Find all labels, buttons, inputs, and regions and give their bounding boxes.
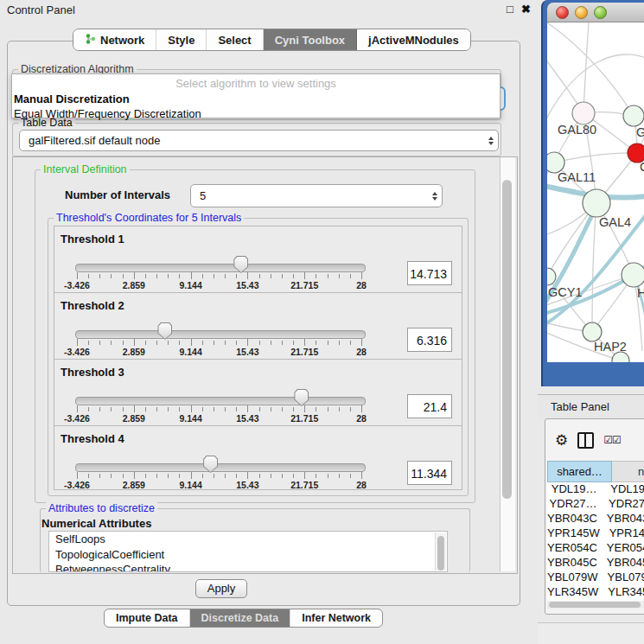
slider-tick xyxy=(316,474,316,478)
cell-name[interactable]: YDL19… xyxy=(601,482,644,497)
slider-tick xyxy=(214,341,214,345)
cell-shared-name[interactable]: YER054C xyxy=(547,541,597,556)
cell-shared-name[interactable]: YPR145W xyxy=(547,526,600,541)
tick-label: 21.715 xyxy=(290,480,318,490)
slider-tick xyxy=(350,341,351,345)
tab-impute-data[interactable]: Impute Data xyxy=(105,609,190,627)
slider-tick xyxy=(88,341,89,345)
table-row[interactable]: YLR345WYLR345W xyxy=(547,585,644,600)
tab-cyni-toolbox[interactable]: Cyni Toolbox xyxy=(264,29,357,50)
table-row[interactable]: YDR27…YDR27… xyxy=(547,497,644,512)
table-hscrollbar[interactable] xyxy=(547,601,644,609)
network-nodes[interactable] xyxy=(547,102,644,362)
scrollbar-thumb[interactable] xyxy=(549,602,641,608)
node-gal80[interactable] xyxy=(572,102,595,124)
slider-tick xyxy=(145,407,146,411)
zoom-button-icon[interactable] xyxy=(594,6,607,19)
slider-tick xyxy=(259,474,260,478)
close-button-icon[interactable] xyxy=(556,6,569,19)
tab-jactivemnodules[interactable]: jActiveMNodules xyxy=(357,29,470,50)
slider-tick xyxy=(316,274,316,278)
tab-discretize-data[interactable]: Discretize Data xyxy=(190,609,291,627)
slider-tick xyxy=(168,474,169,478)
tick-label: 28 xyxy=(356,347,367,357)
tab-select[interactable]: Select xyxy=(207,29,263,50)
cell-name[interactable]: YER054C xyxy=(597,541,644,556)
column-header-name[interactable]: na xyxy=(612,461,644,482)
algorithm-placeholder[interactable]: Select algorithm to view settings xyxy=(12,74,500,92)
cell-shared-name[interactable]: YBR045C xyxy=(547,556,597,571)
table-data-combobox[interactable]: galFiltered.sif default node xyxy=(19,130,499,151)
slider-tick xyxy=(350,474,351,478)
list-item[interactable]: SelfLoops xyxy=(49,532,447,547)
node-gal4[interactable] xyxy=(583,189,610,217)
node-gcy1[interactable] xyxy=(547,268,556,285)
node-hap2[interactable] xyxy=(583,322,602,341)
checkbox-pair-icon[interactable]: ☑☑ xyxy=(603,434,621,446)
slider-tick xyxy=(271,407,271,411)
column-header-shared[interactable]: shared… xyxy=(547,461,612,482)
tick-label: -3.426 xyxy=(64,280,90,290)
table-row[interactable]: YDL19…YDL19… xyxy=(547,482,644,497)
slider-tick xyxy=(179,474,180,478)
list-item[interactable]: BetweennessCentrality xyxy=(49,562,447,572)
table-panel-title: Table Panel xyxy=(551,400,609,413)
cell-name[interactable]: YPR145W xyxy=(600,526,644,541)
cell-shared-name[interactable]: YLR345W xyxy=(547,585,598,600)
close-window-icon[interactable]: ✖ xyxy=(521,3,531,16)
cell-name[interactable]: YLR345W xyxy=(598,585,644,600)
table-row[interactable]: YPR145WYPR145W xyxy=(547,526,644,541)
cell-shared-name[interactable]: YBR043C xyxy=(547,512,597,526)
node-ga[interactable] xyxy=(623,105,644,126)
tab-style[interactable]: Style xyxy=(156,29,207,50)
node-h[interactable] xyxy=(622,263,644,287)
settings-scrollbar[interactable] xyxy=(500,157,515,571)
stepper-icon[interactable] xyxy=(484,137,498,145)
cell-name[interactable]: YBR043C xyxy=(597,512,644,526)
cell-shared-name[interactable]: YBL079W xyxy=(547,571,598,585)
table-row[interactable]: YBL079WYBL079W xyxy=(547,571,644,585)
cell-name[interactable]: YDR27… xyxy=(599,497,644,512)
slider-tick xyxy=(88,274,89,278)
bottom-tabs: Impute Data Discretize Data Infer Networ… xyxy=(104,609,383,628)
scrollbar-thumb[interactable] xyxy=(502,180,512,499)
algorithm-option-equal-width[interactable]: Equal Width/Frequency Discretization xyxy=(12,106,500,121)
slider-scale: -3.4262.8599.14415.4321.71528 xyxy=(77,426,361,489)
slider-tick xyxy=(259,341,260,345)
threshold-value-input[interactable]: 21.4 xyxy=(407,394,452,418)
tab-infer-network[interactable]: Infer Network xyxy=(290,609,382,627)
cell-shared-name[interactable]: YDR27… xyxy=(547,497,599,512)
apply-button[interactable]: Apply xyxy=(195,579,247,598)
threshold-value-input[interactable]: 11.344 xyxy=(407,461,452,485)
split-panel-icon[interactable] xyxy=(577,432,594,449)
float-window-icon[interactable]: □ xyxy=(507,3,513,16)
cell-name[interactable]: YBR045C xyxy=(597,556,644,571)
threshold-row-2: Threshold 2 -3.4262.8599.14415.4321.7152… xyxy=(54,292,462,360)
table-row[interactable]: YER054CYER054C xyxy=(547,541,644,556)
algorithm-option-manual[interactable]: Manual Discretization xyxy=(12,92,500,106)
slider-tick xyxy=(247,405,248,412)
table-row[interactable]: YBR045CYBR045C xyxy=(547,556,644,571)
slider-tick xyxy=(202,407,203,411)
tab-network[interactable]: Network xyxy=(73,29,156,50)
gear-icon[interactable]: ⚙ xyxy=(555,433,568,448)
threshold-value-input[interactable]: 14.713 xyxy=(407,261,452,285)
slider-tick xyxy=(156,341,157,345)
cell-name[interactable]: YBL079W xyxy=(598,571,644,585)
num-intervals-combobox[interactable]: 5 xyxy=(190,184,443,207)
slider-tick xyxy=(77,272,78,279)
slider-tick xyxy=(236,474,237,478)
network-window-titlebar[interactable] xyxy=(547,3,644,22)
network-view[interactable]: GAL80 GA C GAL11 GAL4 GCY1 H HAP2 xyxy=(547,22,644,362)
minimize-button-icon[interactable] xyxy=(575,6,588,19)
stepper-icon[interactable] xyxy=(428,192,442,201)
list-scrollbar[interactable] xyxy=(435,532,446,571)
threshold-value-input[interactable]: 6.316 xyxy=(407,328,452,352)
list-item[interactable]: TopologicalCoefficient xyxy=(49,547,447,563)
network-icon xyxy=(85,33,96,48)
table-row[interactable]: YBR043CYBR043C xyxy=(547,512,644,526)
tick-label: 9.144 xyxy=(179,280,201,290)
cell-shared-name[interactable]: YDL19… xyxy=(547,482,601,497)
slider-tick xyxy=(259,407,260,411)
slider-tick xyxy=(271,274,271,278)
